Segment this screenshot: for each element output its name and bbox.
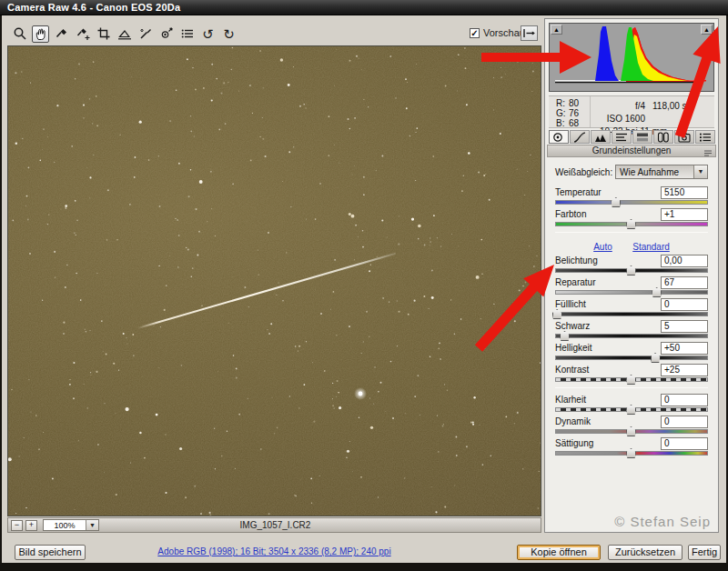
preview-control: ✓ Vorschau (470, 27, 525, 38)
slider-label: Temperatur (555, 187, 602, 197)
iso-value: ISO 1600 (600, 113, 652, 125)
preferences-icon[interactable] (178, 25, 196, 43)
color-sampler-tool-icon[interactable] (74, 25, 91, 43)
tone-sliders: Belichtung 0,00 Reparatur 67 Fülllicht 0… (555, 254, 708, 384)
slider-kontrast: Kontrast +25 (555, 363, 708, 384)
white-balance-tool-icon[interactable] (53, 25, 70, 43)
standard-link[interactable]: Standard (632, 242, 670, 252)
slider-label: Schwarz (555, 321, 590, 331)
panel-tabs (549, 130, 715, 144)
slider-label: Farbton (555, 209, 586, 219)
panel-header: Grundeinstellungen (547, 145, 716, 157)
straighten-tool-icon[interactable] (116, 25, 133, 43)
slider-klarheit: Klarheit 0 (555, 393, 708, 414)
slider-label: Helligkeit (555, 343, 592, 353)
divider (555, 387, 708, 388)
slider-saettigung: Sättigung 0 (555, 436, 708, 457)
window-bottom-edge (0, 563, 728, 571)
camera-raw-dialog: Camera Raw 4.6 - Canon EOS 20Da (0, 0, 728, 571)
slider-track[interactable] (555, 222, 708, 226)
tab-tone-curve[interactable] (570, 130, 590, 144)
copyright-watermark: © Stefan Seip (614, 514, 711, 529)
aperture-value: f/4 (600, 100, 652, 113)
slider-label: Dynamik (555, 416, 591, 426)
slider-track[interactable] (555, 377, 708, 382)
slider-track[interactable] (555, 312, 708, 316)
rotate-left-icon[interactable]: ↺ (199, 25, 217, 43)
slider-track[interactable] (555, 356, 708, 360)
slider-value-box[interactable]: +50 (661, 342, 708, 355)
slider-track[interactable] (555, 268, 708, 273)
reset-button[interactable]: Zurücksetzen (608, 545, 682, 560)
white-balance-label: Weißabgleich: (555, 167, 615, 177)
preview-label: Vorschau (483, 27, 525, 38)
slider-value-box[interactable]: 0 (661, 394, 708, 406)
auto-default-links: Auto Standard (555, 237, 708, 252)
rgb-readout: R:80 G:76 B:68 (549, 96, 591, 127)
slider-value-box[interactable]: 0 (661, 437, 708, 450)
slider-temperatur: Temperatur 5150 (555, 185, 708, 206)
toolbar: ↺ ↻ (11, 25, 238, 43)
tab-camera-calibration[interactable] (674, 130, 694, 144)
white-balance-value: Wie Aufnahme (616, 167, 693, 177)
slider-label: Reparatur (555, 277, 595, 287)
slider-value-box[interactable]: +25 (661, 364, 708, 376)
tab-presets[interactable] (695, 130, 715, 144)
rgb-g-value: 76 (569, 108, 579, 118)
zoom-strip: − + 100% ▼ IMG_1057_I.CR2 (7, 517, 541, 533)
slider-belichtung: Belichtung 0,00 (555, 254, 708, 275)
tab-lens-corrections[interactable] (653, 130, 673, 144)
histogram: ▲ ▲ (549, 23, 714, 92)
rotate-right-icon[interactable]: ↻ (220, 25, 238, 43)
tab-split-toning[interactable] (632, 130, 652, 144)
white-balance-arrow-icon[interactable]: ▼ (693, 165, 707, 178)
slider-track[interactable] (555, 429, 708, 434)
preview-checkbox[interactable]: ✓ (470, 28, 480, 38)
white-balance-select[interactable]: Wie Aufnahme ▼ (615, 165, 708, 179)
done-button[interactable]: Fertig (688, 545, 721, 560)
slider-schwarz: Schwarz 5 (555, 319, 708, 340)
slider-track[interactable] (555, 290, 708, 295)
slider-track[interactable] (555, 200, 708, 205)
slider-value-box[interactable]: 0 (661, 416, 708, 428)
shadow-clipping-indicator[interactable]: ▲ (551, 25, 562, 35)
slider-label: Sättigung (555, 438, 593, 448)
presence-sliders: Klarheit 0 Dynamik 0 Sättigung 0 (555, 393, 708, 457)
slider-value-box[interactable]: 0,00 (661, 255, 708, 267)
zoom-tool-icon[interactable] (11, 25, 28, 43)
slider-label: Fülllicht (555, 299, 586, 309)
slider-value-box[interactable]: 0 (661, 298, 708, 311)
tab-hsl-grayscale[interactable] (612, 130, 632, 144)
workflow-options-link[interactable]: Adobe RGB (1998); 16 Bit; 3504 x 2336 (8… (7, 546, 541, 556)
slider-track[interactable] (555, 334, 708, 338)
slider-value-box[interactable]: 5 (661, 320, 708, 333)
slider-value-box[interactable]: +1 (661, 208, 708, 221)
tab-basic[interactable] (549, 130, 569, 144)
starfield-image (8, 46, 541, 516)
rgb-r-value: 80 (569, 98, 579, 108)
slider-track[interactable] (555, 451, 708, 456)
red-eye-tool-icon[interactable] (157, 25, 175, 43)
slider-label: Belichtung (555, 255, 598, 265)
hand-tool-icon[interactable] (32, 25, 49, 43)
shutter-value: 118,00 s (652, 100, 687, 113)
slider-value-box[interactable]: 5150 (661, 186, 708, 199)
tab-detail[interactable] (591, 130, 611, 144)
slider-track[interactable] (555, 407, 708, 412)
image-preview[interactable] (7, 45, 541, 516)
slider-label: Klarheit (555, 395, 586, 405)
crop-tool-icon[interactable] (95, 25, 112, 43)
divider (555, 232, 708, 233)
slider-value-box[interactable]: 67 (661, 276, 708, 289)
fullscreen-toggle-icon[interactable] (521, 25, 538, 41)
slider-dynamik: Dynamik 0 (555, 415, 708, 436)
auto-link[interactable]: Auto (593, 242, 612, 252)
exif-readout: f/4118,00 s ISO 160010-22 bei 11 mm (591, 96, 714, 127)
slider-reparatur: Reparatur 67 (555, 275, 708, 296)
highlight-clipping-indicator[interactable]: ▲ (701, 25, 713, 35)
adjustments-panel: ▲ ▲ R:80 G:76 B:68 f/4118,00 s ISO 16001… (544, 18, 719, 533)
title-bar[interactable]: Camera Raw 4.6 - Canon EOS 20Da (0, 0, 728, 15)
retouch-tool-icon[interactable] (136, 25, 154, 43)
window-title: Camera Raw 4.6 - Canon EOS 20Da (7, 2, 180, 13)
open-copy-button[interactable]: Kopie öffnen (517, 545, 601, 560)
